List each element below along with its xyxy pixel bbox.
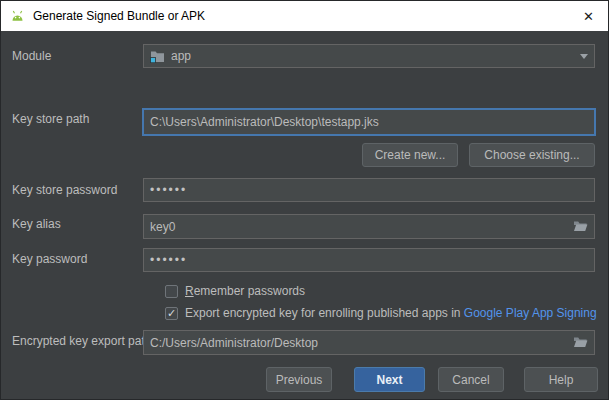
key-alias-label: Key alias: [12, 217, 61, 231]
module-icon: [150, 50, 165, 63]
remember-mnemonic: R: [185, 284, 194, 298]
module-select[interactable]: app: [143, 44, 595, 68]
key-store-password-value: ••••••: [150, 183, 187, 197]
create-new-button[interactable]: Create new...: [362, 143, 458, 167]
key-alias-value: key0: [150, 220, 175, 234]
title-bar: Generate Signed Bundle or APK ✕: [1, 1, 608, 31]
previous-button[interactable]: Previous: [266, 367, 332, 392]
generate-signed-bundle-dialog: Generate Signed Bundle or APK ✕ Module a…: [0, 0, 609, 400]
help-button[interactable]: Help: [524, 367, 598, 392]
chevron-down-icon: [580, 54, 588, 59]
export-encrypted-checkbox[interactable]: ✓: [165, 307, 178, 320]
key-password-input[interactable]: ••••••: [143, 248, 595, 272]
key-alias-input[interactable]: key0: [143, 214, 595, 239]
key-password-value: ••••••: [150, 253, 187, 267]
key-store-password-label: Key store password: [12, 183, 117, 197]
key-store-path-label: Key store path: [12, 112, 89, 126]
key-store-path-value: C:\Users\Administrator\Desktop\testapp.j…: [150, 115, 379, 129]
google-play-app-signing-link[interactable]: Google Play App Signing: [464, 306, 597, 320]
encrypted-key-export-path-input[interactable]: C:/Users/Administrator/Desktop: [143, 330, 595, 355]
next-button[interactable]: Next: [354, 367, 425, 392]
close-icon[interactable]: ✕: [579, 8, 598, 25]
export-encrypted-label: Export encrypted key for enrolling publi…: [185, 306, 461, 320]
remember-passwords-checkbox[interactable]: [165, 285, 178, 298]
module-label: Module: [12, 49, 51, 63]
android-icon: [10, 10, 25, 22]
cancel-button[interactable]: Cancel: [438, 367, 504, 392]
folder-browse-icon[interactable]: [573, 336, 588, 349]
encrypted-key-export-path-value: C:/Users/Administrator/Desktop: [150, 336, 318, 350]
key-store-password-input[interactable]: ••••••: [143, 178, 595, 202]
window-title: Generate Signed Bundle or APK: [33, 9, 205, 23]
remember-rest: emember passwords: [194, 284, 305, 298]
remember-passwords-label[interactable]: Remember passwords: [185, 285, 305, 298]
module-value: app: [171, 49, 191, 63]
choose-existing-button[interactable]: Choose existing...: [469, 143, 595, 167]
key-store-path-input[interactable]: C:\Users\Administrator\Desktop\testapp.j…: [142, 108, 596, 136]
encrypted-key-export-path-label: Encrypted key export path: [12, 334, 151, 348]
key-password-label: Key password: [12, 252, 87, 266]
export-encrypted-label-row: Export encrypted key for enrolling publi…: [185, 307, 597, 320]
folder-browse-icon[interactable]: [573, 220, 588, 233]
check-icon: ✓: [167, 308, 176, 319]
